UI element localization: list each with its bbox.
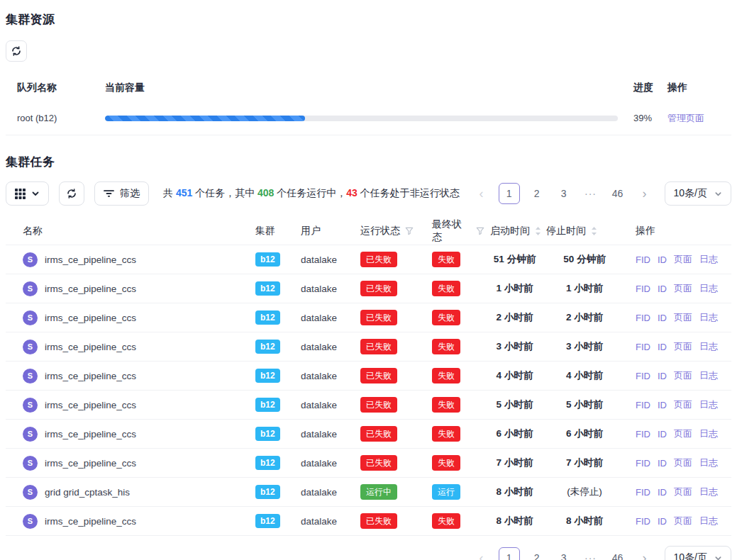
run-status-badge: 已失败	[360, 339, 397, 354]
capacity-header: 当前容量	[105, 82, 618, 94]
page-button-46[interactable]: 46	[608, 183, 628, 204]
action-id-link[interactable]: ID	[658, 429, 667, 439]
action-fid-link[interactable]: FID	[636, 429, 650, 439]
action-log-link[interactable]: 日志	[699, 369, 718, 382]
final-status-badge: 运行	[432, 484, 460, 500]
task-name: irms_ce_pipeline_ccs	[45, 429, 136, 439]
task-name: irms_ce_pipeline_ccs	[45, 284, 136, 294]
sort-icon[interactable]	[591, 226, 597, 236]
funnel-filter-icon[interactable]	[405, 227, 414, 235]
action-id-link[interactable]: ID	[658, 371, 667, 381]
funnel-filter-icon[interactable]	[476, 227, 484, 235]
action-page-link[interactable]: 页面	[674, 486, 692, 498]
start-time: 3 小时前	[484, 340, 545, 353]
refresh-tasks-button[interactable]	[59, 181, 84, 206]
action-fid-link[interactable]: FID	[636, 342, 650, 352]
start-time: 6 小时前	[484, 427, 545, 440]
user-cell: datalake	[289, 371, 349, 381]
page-button-2[interactable]: 2	[527, 547, 547, 560]
action-page-link[interactable]: 页面	[674, 515, 692, 527]
action-fid-link[interactable]: FID	[636, 400, 650, 410]
refresh-icon	[66, 188, 77, 199]
refresh-icon	[11, 45, 22, 57]
action-fid-link[interactable]: FID	[636, 487, 650, 498]
row-actions: FIDID页面日志	[624, 515, 731, 527]
run-status-badge: 已失败	[360, 281, 397, 296]
start-time: 5 小时前	[484, 398, 545, 411]
manage-page-link[interactable]: 管理页面	[667, 113, 704, 123]
start-time: 51 分钟前	[484, 253, 545, 266]
page-button-3[interactable]: 3	[554, 183, 574, 204]
action-log-link[interactable]: 日志	[699, 457, 718, 469]
action-id-link[interactable]: ID	[658, 400, 667, 410]
action-id-link[interactable]: ID	[658, 284, 667, 294]
action-id-link[interactable]: ID	[658, 487, 667, 498]
action-fid-link[interactable]: FID	[636, 516, 650, 527]
action-log-link[interactable]: 日志	[699, 282, 718, 295]
action-fid-link[interactable]: FID	[636, 313, 650, 323]
action-id-link[interactable]: ID	[658, 458, 667, 469]
action-page-link[interactable]: 页面	[674, 253, 692, 266]
page-button-46[interactable]: 46	[608, 547, 628, 560]
sort-icon[interactable]	[535, 226, 541, 236]
filter-button[interactable]: 筛选	[94, 181, 149, 206]
action-fid-link[interactable]: FID	[636, 284, 650, 294]
action-page-link[interactable]: 页面	[674, 340, 692, 353]
avatar: S	[23, 369, 38, 383]
pagination-bottom: ‹123···46› 10条/页	[472, 546, 731, 560]
action-page-link[interactable]: 页面	[674, 457, 692, 469]
action-id-link[interactable]: ID	[658, 313, 667, 323]
action-fid-link[interactable]: FID	[636, 371, 650, 381]
action-page-link[interactable]: 页面	[674, 282, 692, 295]
refresh-resources-button[interactable]	[6, 40, 27, 62]
queue-row: root (b12) 39% 管理页面	[6, 101, 731, 135]
action-page-link[interactable]: 页面	[674, 311, 692, 324]
page-button-1[interactable]: 1	[499, 183, 520, 204]
actions-header: 操作	[624, 225, 731, 237]
stop-time: 8 小时前	[545, 515, 624, 527]
user-cell: datalake	[289, 429, 349, 439]
action-fid-link[interactable]: FID	[636, 458, 650, 469]
action-page-link[interactable]: 页面	[674, 427, 692, 440]
action-log-link[interactable]: 日志	[699, 253, 718, 266]
avatar: S	[23, 514, 38, 529]
action-log-link[interactable]: 日志	[699, 340, 718, 353]
next-page-button[interactable]: ›	[635, 547, 655, 560]
queue-actions-header: 操作	[663, 82, 731, 94]
action-page-link[interactable]: 页面	[674, 398, 692, 411]
avatar-letter: S	[28, 255, 33, 264]
table-row: S irms_ce_pipeline_ccs b12 datalake 已失败 …	[6, 391, 731, 420]
page-size-select[interactable]: 10条/页	[665, 181, 731, 206]
avatar-letter: S	[28, 342, 33, 351]
total-task-count: 451	[176, 187, 192, 198]
action-log-link[interactable]: 日志	[699, 311, 718, 324]
action-log-link[interactable]: 日志	[699, 515, 718, 527]
avatar: S	[23, 427, 38, 442]
action-id-link[interactable]: ID	[658, 254, 667, 265]
queue-table-header: 队列名称 当前容量 进度 操作	[6, 74, 731, 101]
row-actions: FIDID页面日志	[624, 427, 731, 440]
user-header: 用户	[289, 225, 349, 237]
next-page-button[interactable]: ›	[635, 183, 655, 204]
page-button-3[interactable]: 3	[554, 547, 574, 560]
final-status-badge: 失败	[432, 368, 460, 383]
action-page-link[interactable]: 页面	[674, 369, 692, 382]
action-fid-link[interactable]: FID	[636, 254, 650, 265]
row-actions: FIDID页面日志	[624, 398, 731, 411]
page-button-2[interactable]: 2	[527, 183, 547, 204]
layout-grid-dropdown-button[interactable]	[6, 181, 49, 206]
action-id-link[interactable]: ID	[658, 342, 667, 352]
cluster-tasks-section: 集群任务	[6, 154, 731, 560]
final-status-header: 最终状态	[421, 218, 484, 244]
action-log-link[interactable]: 日志	[699, 398, 718, 411]
page-size-select[interactable]: 10条/页	[665, 546, 731, 560]
stop-time: 3 小时前	[545, 340, 624, 353]
run-status-badge: 已失败	[360, 426, 397, 442]
page: 集群资源 队列名称 当前容量 进度 操作	[0, 0, 737, 560]
final-status-header-label: 最终状态	[432, 218, 471, 244]
page-button-1[interactable]: 1	[499, 547, 520, 560]
user-cell: datalake	[289, 342, 349, 352]
action-log-link[interactable]: 日志	[699, 486, 718, 498]
action-log-link[interactable]: 日志	[699, 427, 718, 440]
action-id-link[interactable]: ID	[658, 516, 667, 527]
